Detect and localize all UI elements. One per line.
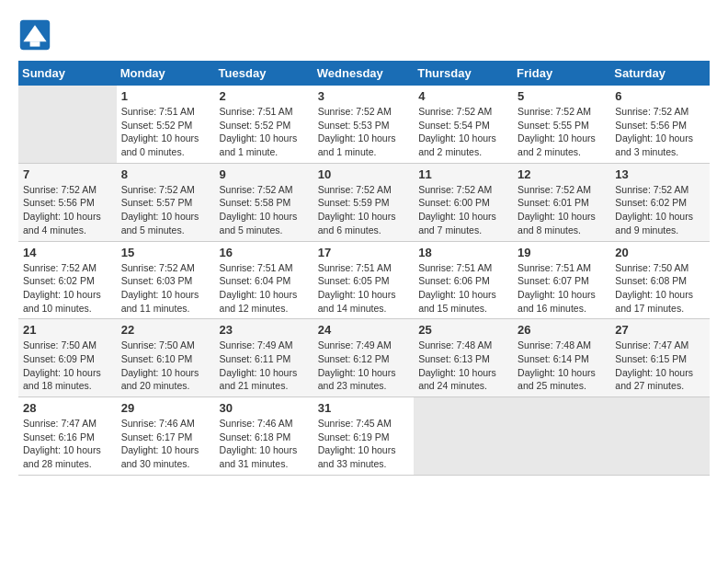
day-info: Sunrise: 7:51 AM Sunset: 6:06 PM Dayligh…: [418, 261, 508, 316]
calendar-cell: 26Sunrise: 7:48 AM Sunset: 6:14 PM Dayli…: [513, 319, 610, 397]
day-info: Sunrise: 7:52 AM Sunset: 5:56 PM Dayligh…: [615, 105, 705, 159]
day-number: 3: [318, 89, 409, 103]
day-info: Sunrise: 7:47 AM Sunset: 6:16 PM Dayligh…: [23, 417, 112, 471]
day-number: 2: [220, 89, 309, 103]
calendar-cell: 19Sunrise: 7:51 AM Sunset: 6:07 PM Dayli…: [513, 241, 610, 319]
svg-rect-2: [30, 41, 40, 46]
day-number: 20: [615, 246, 705, 259]
day-number: 6: [615, 89, 705, 103]
day-number: 15: [121, 246, 210, 259]
day-number: 22: [121, 323, 210, 337]
calendar-cell: 22Sunrise: 7:50 AM Sunset: 6:10 PM Dayli…: [117, 319, 215, 397]
calendar-cell: [513, 397, 610, 476]
calendar-cell: 21Sunrise: 7:50 AM Sunset: 6:09 PM Dayli…: [18, 319, 117, 397]
calendar-cell: 12Sunrise: 7:52 AM Sunset: 6:01 PM Dayli…: [513, 163, 610, 241]
calendar-cell: 18Sunrise: 7:51 AM Sunset: 6:06 PM Dayli…: [414, 241, 513, 319]
calendar-cell: 2Sunrise: 7:51 AM Sunset: 5:52 PM Daylig…: [215, 86, 313, 163]
calendar-cell: 15Sunrise: 7:52 AM Sunset: 6:03 PM Dayli…: [117, 241, 215, 319]
day-number: 17: [318, 246, 409, 259]
day-number: 10: [318, 167, 409, 181]
day-number: 29: [121, 401, 210, 415]
day-number: 27: [615, 323, 705, 337]
day-header-saturday: Saturday: [610, 61, 710, 86]
day-info: Sunrise: 7:52 AM Sunset: 5:56 PM Dayligh…: [23, 183, 112, 237]
day-info: Sunrise: 7:52 AM Sunset: 6:00 PM Dayligh…: [418, 183, 508, 237]
day-number: 8: [121, 167, 210, 181]
day-number: 26: [518, 323, 606, 337]
day-info: Sunrise: 7:52 AM Sunset: 5:57 PM Dayligh…: [121, 183, 210, 237]
calendar-cell: 23Sunrise: 7:49 AM Sunset: 6:11 PM Dayli…: [215, 319, 313, 397]
day-info: Sunrise: 7:50 AM Sunset: 6:09 PM Dayligh…: [23, 339, 112, 393]
calendar-cell: 8Sunrise: 7:52 AM Sunset: 5:57 PM Daylig…: [117, 163, 215, 241]
day-number: 19: [518, 246, 606, 259]
day-number: 1: [121, 89, 210, 103]
calendar-cell: 10Sunrise: 7:52 AM Sunset: 5:59 PM Dayli…: [313, 163, 414, 241]
page-header: [18, 18, 710, 52]
calendar-cell: 16Sunrise: 7:51 AM Sunset: 6:04 PM Dayli…: [215, 241, 313, 319]
day-info: Sunrise: 7:46 AM Sunset: 6:17 PM Dayligh…: [121, 417, 210, 471]
calendar-cell: 9Sunrise: 7:52 AM Sunset: 5:58 PM Daylig…: [215, 163, 313, 241]
week-row-4: 21Sunrise: 7:50 AM Sunset: 6:09 PM Dayli…: [18, 319, 710, 397]
calendar-cell: 29Sunrise: 7:46 AM Sunset: 6:17 PM Dayli…: [117, 397, 215, 476]
calendar-cell: 30Sunrise: 7:46 AM Sunset: 6:18 PM Dayli…: [215, 397, 313, 476]
calendar-cell: 4Sunrise: 7:52 AM Sunset: 5:54 PM Daylig…: [414, 86, 513, 163]
day-info: Sunrise: 7:52 AM Sunset: 6:03 PM Dayligh…: [121, 261, 210, 316]
day-info: Sunrise: 7:51 AM Sunset: 6:04 PM Dayligh…: [220, 261, 309, 316]
day-header-monday: Monday: [117, 61, 215, 86]
day-number: 4: [418, 89, 508, 103]
day-info: Sunrise: 7:52 AM Sunset: 5:59 PM Dayligh…: [318, 183, 409, 237]
day-info: Sunrise: 7:52 AM Sunset: 5:54 PM Dayligh…: [418, 105, 508, 159]
week-row-5: 28Sunrise: 7:47 AM Sunset: 6:16 PM Dayli…: [18, 397, 710, 476]
day-header-wednesday: Wednesday: [313, 61, 414, 86]
calendar-cell: [18, 86, 117, 163]
day-number: 21: [23, 323, 112, 337]
day-info: Sunrise: 7:52 AM Sunset: 5:58 PM Dayligh…: [220, 183, 309, 237]
day-number: 18: [418, 246, 508, 259]
week-row-2: 7Sunrise: 7:52 AM Sunset: 5:56 PM Daylig…: [18, 163, 710, 241]
day-info: Sunrise: 7:52 AM Sunset: 6:02 PM Dayligh…: [23, 261, 112, 316]
day-number: 24: [318, 323, 409, 337]
day-header-sunday: Sunday: [18, 61, 117, 86]
day-info: Sunrise: 7:52 AM Sunset: 5:55 PM Dayligh…: [518, 105, 606, 159]
day-number: 16: [220, 246, 309, 259]
day-header-tuesday: Tuesday: [215, 61, 313, 86]
calendar-cell: 31Sunrise: 7:45 AM Sunset: 6:19 PM Dayli…: [313, 397, 414, 476]
calendar-table: SundayMondayTuesdayWednesdayThursdayFrid…: [18, 61, 710, 476]
day-info: Sunrise: 7:48 AM Sunset: 6:13 PM Dayligh…: [418, 339, 508, 393]
day-number: 13: [615, 167, 705, 181]
calendar-cell: 28Sunrise: 7:47 AM Sunset: 6:16 PM Dayli…: [18, 397, 117, 476]
day-info: Sunrise: 7:51 AM Sunset: 5:52 PM Dayligh…: [121, 105, 210, 159]
calendar-cell: 14Sunrise: 7:52 AM Sunset: 6:02 PM Dayli…: [18, 241, 117, 319]
day-info: Sunrise: 7:47 AM Sunset: 6:15 PM Dayligh…: [615, 339, 705, 393]
day-number: 9: [220, 167, 309, 181]
day-number: 14: [23, 246, 112, 259]
day-number: 31: [318, 401, 409, 415]
calendar-cell: 11Sunrise: 7:52 AM Sunset: 6:00 PM Dayli…: [414, 163, 513, 241]
calendar-cell: 1Sunrise: 7:51 AM Sunset: 5:52 PM Daylig…: [117, 86, 215, 163]
header-row: SundayMondayTuesdayWednesdayThursdayFrid…: [18, 61, 710, 86]
day-info: Sunrise: 7:50 AM Sunset: 6:08 PM Dayligh…: [615, 261, 705, 316]
calendar-cell: 27Sunrise: 7:47 AM Sunset: 6:15 PM Dayli…: [610, 319, 710, 397]
calendar-cell: [414, 397, 513, 476]
day-info: Sunrise: 7:48 AM Sunset: 6:14 PM Dayligh…: [518, 339, 606, 393]
day-info: Sunrise: 7:51 AM Sunset: 6:05 PM Dayligh…: [318, 261, 409, 316]
calendar-cell: 24Sunrise: 7:49 AM Sunset: 6:12 PM Dayli…: [313, 319, 414, 397]
day-number: 7: [23, 167, 112, 181]
calendar-cell: 3Sunrise: 7:52 AM Sunset: 5:53 PM Daylig…: [313, 86, 414, 163]
calendar-cell: 17Sunrise: 7:51 AM Sunset: 6:05 PM Dayli…: [313, 241, 414, 319]
calendar-cell: 5Sunrise: 7:52 AM Sunset: 5:55 PM Daylig…: [513, 86, 610, 163]
day-info: Sunrise: 7:49 AM Sunset: 6:12 PM Dayligh…: [318, 339, 409, 393]
calendar-cell: 20Sunrise: 7:50 AM Sunset: 6:08 PM Dayli…: [610, 241, 710, 319]
calendar-cell: 6Sunrise: 7:52 AM Sunset: 5:56 PM Daylig…: [610, 86, 710, 163]
day-number: 25: [418, 323, 508, 337]
week-row-3: 14Sunrise: 7:52 AM Sunset: 6:02 PM Dayli…: [18, 241, 710, 319]
day-number: 12: [518, 167, 606, 181]
day-number: 11: [418, 167, 508, 181]
day-number: 28: [23, 401, 112, 415]
day-number: 23: [220, 323, 309, 337]
day-number: 30: [220, 401, 309, 415]
logo: [18, 18, 55, 52]
logo-icon: [18, 18, 51, 52]
day-info: Sunrise: 7:52 AM Sunset: 6:02 PM Dayligh…: [615, 183, 705, 237]
day-info: Sunrise: 7:52 AM Sunset: 6:01 PM Dayligh…: [518, 183, 606, 237]
